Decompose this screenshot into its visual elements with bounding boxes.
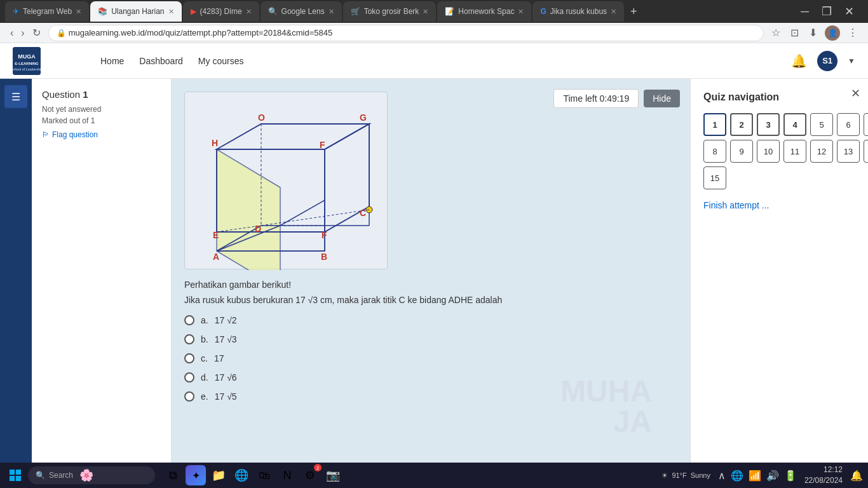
radio-b[interactable] <box>184 334 194 344</box>
option-d[interactable]: d. 17 √6 <box>184 372 604 383</box>
store-button[interactable]: 🛍 <box>254 465 275 485</box>
nav-dashboard[interactable]: Dashboard <box>139 53 183 69</box>
photo-button[interactable]: 📷 <box>323 465 343 485</box>
browser-titlebar: ✈ Telegram Web ✕ 📚 Ulangan Harian ✕ ▶ (4… <box>0 0 868 23</box>
tab-7-close[interactable]: ✕ <box>611 8 616 16</box>
tab-7[interactable]: G Jika rusuk kubus ✕ <box>532 1 624 22</box>
bell-icon[interactable]: 🔔 <box>791 53 807 69</box>
search-bar[interactable]: 🔍 Search 🌸 <box>28 466 155 484</box>
start-button[interactable] <box>5 465 25 485</box>
tab-6-icon: 📝 <box>445 7 454 16</box>
nav-num-9[interactable]: 9 <box>730 140 753 163</box>
nav-num-2[interactable]: 2 <box>730 113 753 136</box>
quiz-nav-close-icon[interactable]: ✕ <box>851 86 860 100</box>
user-chevron-icon[interactable]: ▼ <box>848 57 855 65</box>
netflix-icon: N <box>283 469 292 482</box>
chrome-button[interactable]: ⚙ 2 <box>300 465 320 485</box>
radio-e[interactable] <box>184 391 194 402</box>
tab-4-icon: 🔍 <box>268 7 278 16</box>
label-d: d. <box>201 372 208 383</box>
svg-text:F: F <box>322 230 327 240</box>
back-button[interactable]: ‹ <box>8 25 16 41</box>
download-icon[interactable]: ⬇ <box>806 24 820 41</box>
tab-2-close[interactable]: ✕ <box>168 8 174 16</box>
option-a[interactable]: a. 17 √2 <box>184 315 604 325</box>
nav-num-8[interactable]: 8 <box>703 140 726 163</box>
option-e[interactable]: e. 17 √5 <box>184 391 604 402</box>
tab-3[interactable]: ▶ (4283) Dime ✕ <box>183 1 259 22</box>
answer-options: a. 17 √2 b. 17 √3 c. 17 <box>184 315 604 402</box>
nav-num-12[interactable]: 12 <box>810 140 833 163</box>
nav-num-15[interactable]: 15 <box>703 166 726 189</box>
hide-timer-button[interactable]: Hide <box>644 90 680 107</box>
nav-num-5[interactable]: 5 <box>810 113 833 136</box>
tab-6[interactable]: 📝 Homework Spac ✕ <box>437 1 531 22</box>
nav-num-4[interactable]: 4 <box>783 113 806 136</box>
network-icon[interactable]: 🌐 <box>731 470 743 482</box>
profile-icon[interactable]: 👤 <box>825 25 840 41</box>
sidebar-menu-icon[interactable]: ☰ <box>4 85 27 108</box>
tab-3-label: (4283) Dime <box>200 7 242 16</box>
time-display: 12:12 <box>804 464 843 475</box>
option-c[interactable]: c. 17 <box>184 353 604 363</box>
nav-num-14[interactable]: 14 <box>864 140 868 163</box>
list-icon: ☰ <box>11 91 20 103</box>
close-button[interactable]: ✕ <box>841 3 858 20</box>
tab-bar: ✈ Telegram Web ✕ 📚 Ulangan Harian ✕ ▶ (4… <box>5 1 863 22</box>
svg-text:D: D <box>255 224 261 234</box>
tab-5-close[interactable]: ✕ <box>423 8 428 16</box>
tab-4[interactable]: 🔍 Google Lens ✕ <box>261 1 342 22</box>
tab-6-close[interactable]: ✕ <box>518 8 524 16</box>
nav-mycourses[interactable]: My courses <box>198 53 244 69</box>
address-input[interactable]: 🔒 mugalearning.web.id/mod/quiz/attempt.p… <box>48 25 764 41</box>
nav-num-6[interactable]: 6 <box>837 113 860 136</box>
nav-home[interactable]: Home <box>100 53 124 69</box>
nav-num-3[interactable]: 3 <box>757 113 780 136</box>
tab-2[interactable]: 📚 Ulangan Harian ✕ <box>90 1 181 22</box>
wifi-icon[interactable]: 📶 <box>749 470 761 482</box>
tab-3-close[interactable]: ✕ <box>246 8 252 16</box>
expand-icon[interactable]: ∧ <box>718 470 726 482</box>
reload-button[interactable]: ↻ <box>30 24 43 41</box>
radio-d[interactable] <box>184 372 194 383</box>
option-b[interactable]: b. 17 √3 <box>184 334 604 344</box>
svg-rect-29 <box>10 470 15 475</box>
nav-num-7[interactable]: 7 <box>864 113 868 136</box>
restore-button[interactable]: ❐ <box>818 3 836 20</box>
taskbar-right: ☀ 91°F Sunny ∧ 🌐 📶 🔊 🔋 12:12 22/08/2024 … <box>661 464 863 486</box>
edge-button[interactable]: 🌐 <box>231 465 252 485</box>
file-manager-button[interactable]: 📁 <box>208 465 229 485</box>
radio-a[interactable] <box>184 315 194 325</box>
volume-icon[interactable]: 🔊 <box>766 470 779 482</box>
copilot-icon: ✦ <box>192 470 200 482</box>
tab-5[interactable]: 🛒 Toko grosir Berk ✕ <box>343 1 437 22</box>
nav-num-13[interactable]: 13 <box>837 140 860 163</box>
notification-bell-icon[interactable]: 🔔 <box>850 470 863 482</box>
task-view-button[interactable]: ⧉ <box>163 465 183 485</box>
forward-button[interactable]: › <box>18 25 27 41</box>
nav-num-11[interactable]: 11 <box>783 140 806 163</box>
copilot-button[interactable]: ✦ <box>186 465 206 485</box>
nav-num-10[interactable]: 10 <box>757 140 780 163</box>
settings-icon[interactable]: ⋮ <box>845 24 860 41</box>
nav-num-1[interactable]: 1 <box>703 113 726 136</box>
question-intro: Perhatikan gambar berikut! <box>184 280 604 290</box>
minimize-button[interactable]: ─ <box>797 4 813 20</box>
svg-text:F: F <box>320 140 325 150</box>
new-tab-button[interactable]: + <box>625 5 642 18</box>
folder-icon: 📁 <box>212 468 226 482</box>
svg-text:G: G <box>360 112 367 123</box>
tab-1-close[interactable]: ✕ <box>76 8 81 16</box>
battery-icon[interactable]: 🔋 <box>784 470 797 482</box>
radio-c[interactable] <box>184 353 194 363</box>
user-avatar[interactable]: S1 <box>817 51 837 71</box>
tab-search-icon[interactable]: ⊡ <box>788 24 801 41</box>
label-e: e. <box>201 391 208 402</box>
finish-attempt-link[interactable]: Finish attempt ... <box>703 200 769 210</box>
netflix-button[interactable]: N <box>277 465 297 485</box>
tab-4-close[interactable]: ✕ <box>329 8 334 16</box>
bookmark-icon[interactable]: ☆ <box>769 24 783 41</box>
flag-question-link[interactable]: 🏳 Flag question <box>42 130 161 139</box>
tab-1[interactable]: ✈ Telegram Web ✕ <box>5 1 89 22</box>
notification-count: 2 <box>314 464 322 471</box>
